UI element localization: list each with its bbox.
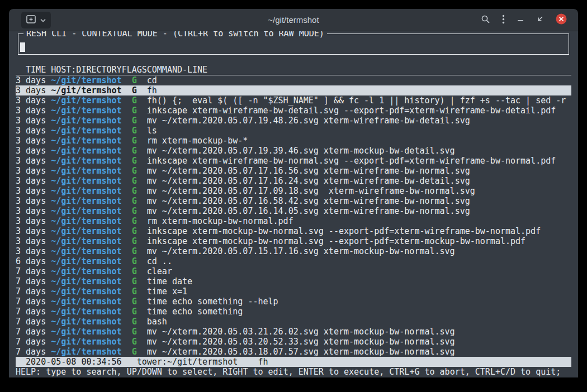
history-command: clear xyxy=(147,266,571,276)
history-time: 3 days xyxy=(16,106,51,116)
history-row[interactable]: 7 days ~/git/termshot G time echo someth… xyxy=(16,297,571,307)
history-row[interactable]: 3 days ~/git/termshot G inkscape xterm-m… xyxy=(16,226,571,236)
history-host-directory: ~/git/termshot xyxy=(51,166,121,176)
history-host-directory: ~/git/termshot xyxy=(51,337,121,347)
history-command: cd .. xyxy=(147,256,571,266)
history-time: 3 days xyxy=(16,226,51,236)
history-flag: G xyxy=(122,246,147,256)
history-time: 3 days xyxy=(16,95,51,106)
history-row[interactable]: 6 days ~/git/termshot G cd .. xyxy=(16,256,571,266)
history-flag: G xyxy=(122,276,147,286)
status-datetime: 2020-05-08 00:34:56 xyxy=(26,357,122,367)
history-flag: G xyxy=(122,136,147,146)
text-cursor xyxy=(20,42,25,52)
history-flag: G xyxy=(122,337,147,347)
history-row[interactable]: 3 days ~/git/termshot G mv ~/xterm.2020.… xyxy=(16,116,571,126)
history-row[interactable]: 3 days ~/git/termshot G mv ~/xterm.2020.… xyxy=(16,146,571,156)
chevron-down-icon xyxy=(40,16,46,24)
history-host-directory: ~/git/termshot xyxy=(51,176,121,186)
header-command-line: COMMAND-LINE xyxy=(147,65,571,75)
history-row[interactable]: 7 days ~/git/termshot G mv ~/xterm.2020.… xyxy=(16,347,571,357)
history-flag: G xyxy=(122,307,147,317)
history-command: mv ~/xterm.2020.05.07.16.58.42.svg xterm… xyxy=(147,196,571,206)
history-row[interactable]: 7 days ~/git/termshot G mv ~/xterm.2020.… xyxy=(16,327,571,337)
history-row[interactable]: 3 days ~/git/termshot G rm xterm-mockup-… xyxy=(16,216,571,226)
status-host-dir: tower:~/git/termshot xyxy=(137,357,238,367)
history-time: 3 days xyxy=(16,196,51,206)
help-line: HELP: type to search, UP/DOWN to select,… xyxy=(16,367,571,377)
history-command: mv ~/xterm.2020.05.07.15.17.16.svg xterm… xyxy=(147,246,571,256)
history-host-directory: ~/git/termshot xyxy=(51,216,121,226)
history-time: 3 days xyxy=(16,156,51,166)
history-host-directory: ~/git/termshot xyxy=(51,206,121,216)
history-flag: G xyxy=(122,176,147,186)
history-flag: G xyxy=(122,95,147,106)
header-host-directory: HOST:DIRECTORY xyxy=(51,65,121,75)
history-row[interactable]: 3 days ~/git/termshot G ls xyxy=(16,126,571,136)
history-time: 3 days xyxy=(16,166,51,176)
history-command: mv ~/xterm.2020.05.07.17.16.56.svg xterm… xyxy=(147,166,571,176)
history-row[interactable]: 7 days ~/git/termshot G time echo someth… xyxy=(16,307,571,317)
history-row[interactable]: 3 days ~/git/termshot G mv ~/xterm.2020.… xyxy=(16,166,571,176)
history-row[interactable]: 3 days ~/git/termshot G inkscape xterm-w… xyxy=(16,106,571,116)
search-box[interactable]: RESH CLI - CONTEXTUAL MODE - (CTRL+R to … xyxy=(18,34,569,55)
history-flag: G xyxy=(122,256,147,266)
history-flag: G xyxy=(122,116,147,126)
history-host-directory: ~/git/termshot xyxy=(51,136,121,146)
minimize-button[interactable] xyxy=(517,15,524,25)
history-host-directory: ~/git/termshot xyxy=(51,226,121,236)
history-command: rm xterm-mockup-bw-normal.pdf xyxy=(147,216,571,226)
history-time: 7 days xyxy=(16,307,51,317)
history-flag: G xyxy=(122,236,147,246)
history-row[interactable]: 3 days ~/git/termshot G mv ~/xterm.2020.… xyxy=(16,196,571,206)
desktop: ~/git/termshot xyxy=(0,0,587,392)
history-time: 7 days xyxy=(16,327,51,337)
history-row[interactable]: 3 days ~/git/termshot G cd xyxy=(16,75,571,85)
history-flag: G xyxy=(122,206,147,216)
history-row[interactable]: 3 days ~/git/termshot G fh() {; eval $( … xyxy=(16,95,571,106)
history-row[interactable]: 3 days ~/git/termshot G rm xterm-mockup-… xyxy=(16,136,571,146)
history-row[interactable]: 3 days ~/git/termshot G fh xyxy=(16,85,571,95)
history-row[interactable]: 3 days ~/git/termshot G mv ~/xterm.2020.… xyxy=(16,206,571,216)
history-command: ls xyxy=(147,126,571,136)
history-flag: G xyxy=(122,196,147,206)
history-row[interactable]: 3 days ~/git/termshot G mv ~/xterm.2020.… xyxy=(16,176,571,186)
history-time: 3 days xyxy=(16,246,51,256)
history-host-directory: ~/git/termshot xyxy=(51,317,121,327)
history-row[interactable]: 3 days ~/git/termshot G inkscape xterm-m… xyxy=(16,236,571,246)
history-command: mv ~/xterm.2020.05.03.20.52.33.svg xterm… xyxy=(147,337,571,347)
menu-button[interactable] xyxy=(502,15,505,26)
status-command: fh xyxy=(258,357,268,367)
titlebar[interactable]: ~/git/termshot xyxy=(9,9,578,31)
history-row[interactable]: 7 days ~/git/termshot G time x=1 xyxy=(16,286,571,297)
history-command: fh xyxy=(147,85,571,95)
search-box-title: RESH CLI - CONTEXTUAL MODE - (CTRL+R to … xyxy=(23,31,327,39)
history-host-directory: ~/git/termshot xyxy=(51,106,121,116)
history-time: 7 days xyxy=(16,337,51,347)
history-host-directory: ~/git/termshot xyxy=(51,347,121,357)
history-time: 7 days xyxy=(16,286,51,297)
history-flag: G xyxy=(122,327,147,337)
history-time: 3 days xyxy=(16,176,51,186)
search-button[interactable] xyxy=(481,15,490,26)
history-host-directory: ~/git/termshot xyxy=(51,146,121,156)
new-tab-button[interactable] xyxy=(21,12,51,28)
history-row[interactable]: 3 days ~/git/termshot G inkscape xterm-w… xyxy=(16,156,571,166)
history-row[interactable]: 7 days ~/git/termshot G clear xyxy=(16,266,571,276)
terminal-screen[interactable]: RESH CLI - CONTEXTUAL MODE - (CTRL+R to … xyxy=(9,31,578,377)
history-row[interactable]: 7 days ~/git/termshot G bash xyxy=(16,317,571,327)
history-row[interactable]: 7 days ~/git/termshot G time date xyxy=(16,276,571,286)
history-command: time echo something xyxy=(147,307,571,317)
history-row[interactable]: 3 days ~/git/termshot G mv ~/xterm.2020.… xyxy=(16,246,571,256)
history-command: bash xyxy=(147,317,571,327)
history-host-directory: ~/git/termshot xyxy=(51,196,121,206)
history-row[interactable]: 3 days ~/git/termshot G mv ~/xterm.2020.… xyxy=(16,186,571,196)
restore-button[interactable] xyxy=(536,15,544,25)
history-time: 3 days xyxy=(16,75,51,85)
history-command: time echo something --help xyxy=(147,297,571,307)
status-bar: 2020-05-08 00:34:56tower:~/git/termshotf… xyxy=(16,357,571,367)
history-host-directory: ~/git/termshot xyxy=(51,95,121,106)
close-button[interactable] xyxy=(556,13,567,26)
history-flag: G xyxy=(122,347,147,357)
history-row[interactable]: 7 days ~/git/termshot G mv ~/xterm.2020.… xyxy=(16,337,571,347)
